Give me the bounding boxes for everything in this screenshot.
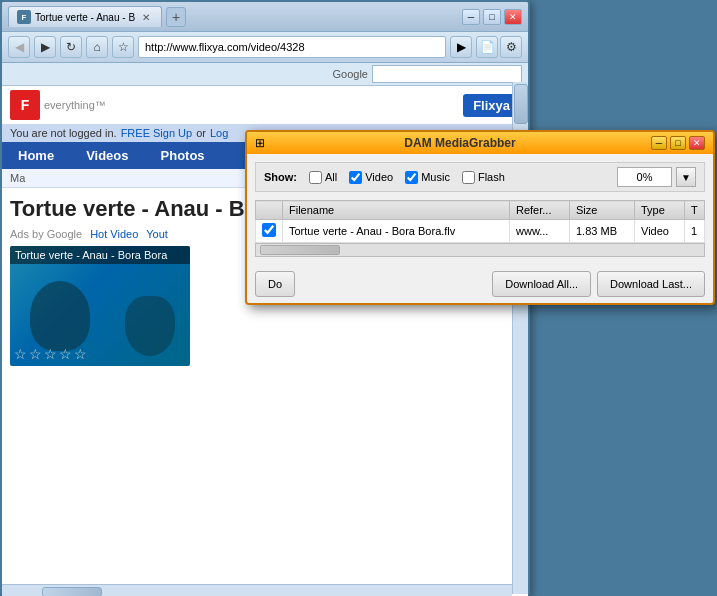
table-row: Tortue verte - Anau - Bora Bora.flv www.… [256,220,705,243]
filter-video[interactable]: Video [349,171,393,184]
forward-button[interactable]: ▶ [34,36,56,58]
download-last-button[interactable]: Download Last... [597,271,705,297]
ads-label: Ads by Google [10,228,82,240]
dialog-maximize-button[interactable]: □ [670,136,686,150]
new-tab-button[interactable]: + [166,7,186,27]
filter-flash-checkbox[interactable] [462,171,475,184]
hot-video-link[interactable]: Hot Video [90,228,138,240]
refresh-button[interactable]: ↻ [60,36,82,58]
star-rating: ☆☆☆☆☆ [14,346,89,362]
col-filename[interactable]: Filename [283,201,510,220]
browser-close-button[interactable]: ✕ [504,9,522,25]
browser-tab[interactable]: F Tortue verte - Anau - Bor... ✕ [8,6,162,27]
show-filters-row: Show: All Video Music Flash 0% ▼ [255,162,705,192]
row-size: 1.83 MB [570,220,635,243]
dialog-window-controls: ─ □ ✕ [651,136,705,150]
col-type[interactable]: Type [635,201,685,220]
flixya-logo: F everything™ [10,90,106,120]
scroll-thumb[interactable] [514,84,528,124]
bookmark-button[interactable]: ☆ [112,36,134,58]
dialog-title: DAM MediaGrabber [404,136,515,150]
video-thumbnail[interactable]: Tortue verte - Anau - Bora Bora ☆☆☆☆☆ [10,246,190,366]
dialog-titlebar: ⊞ DAM MediaGrabber ─ □ ✕ [247,132,713,154]
google-search-input[interactable] [372,65,522,83]
nav-home[interactable]: Home [2,142,70,169]
login-link[interactable]: Log [210,127,228,139]
go-button[interactable]: ▶ [450,36,472,58]
show-label: Show: [264,171,297,183]
login-status-text: You are not logged in. [10,127,117,139]
browser-minimize-button[interactable]: ─ [462,9,480,25]
row-select-checkbox[interactable] [262,223,276,237]
file-table: Filename Refer... Size Type T Tortue ver… [255,200,705,243]
logo-icon: F [10,90,40,120]
dam-mediagrabber-dialog: ⊞ DAM MediaGrabber ─ □ ✕ Show: All Video… [245,130,715,305]
row-checkbox-cell[interactable] [256,220,283,243]
browser-titlebar: F Tortue verte - Anau - Bor... ✕ + ─ □ ✕ [2,2,528,32]
table-hscroll[interactable] [255,243,705,257]
page-menu-button[interactable]: 📄 [476,36,498,58]
table-hscroll-thumb[interactable] [260,245,340,255]
progress-display: 0% [617,167,672,187]
google-search-bar: Google [2,63,528,86]
do-button[interactable]: Do [255,271,295,297]
dialog-body: Show: All Video Music Flash 0% ▼ [247,154,713,265]
browser-tools: 📄 ⚙ [476,36,522,58]
home-button[interactable]: ⌂ [86,36,108,58]
row-filename: Tortue verte - Anau - Bora Bora.flv [283,220,510,243]
flixya-header: F everything™ Flixya [2,86,528,124]
nav-photos[interactable]: Photos [145,142,221,169]
browser-toolbar: ◀ ▶ ↻ ⌂ ☆ ▶ 📄 ⚙ [2,32,528,63]
site-tagline: everything™ [44,99,106,111]
nav-videos[interactable]: Videos [70,142,144,169]
video-title-overlay: Tortue verte - Anau - Bora Bora [10,246,190,264]
col-referrer[interactable]: Refer... [510,201,570,220]
signup-link[interactable]: FREE Sign Up [121,127,193,139]
progress-arrow-button[interactable]: ▼ [676,167,696,187]
row-referrer: www... [510,220,570,243]
col-checkbox [256,201,283,220]
tab-title: Tortue verte - Anau - Bor... [35,12,135,23]
col-t[interactable]: T [685,201,705,220]
row-type: Video [635,220,685,243]
filter-all-checkbox[interactable] [309,171,322,184]
titlebar-controls: ─ □ ✕ [462,9,522,25]
diver-silhouette-2 [125,296,175,356]
bottom-scrollbar[interactable] [2,584,512,596]
youtube-link[interactable]: Yout [146,228,168,240]
dialog-close-button[interactable]: ✕ [689,136,705,150]
row-t: 1 [685,220,705,243]
filter-all[interactable]: All [309,171,337,184]
progress-group: 0% ▼ [617,167,696,187]
col-size[interactable]: Size [570,201,635,220]
back-button[interactable]: ◀ [8,36,30,58]
address-bar[interactable] [138,36,446,58]
dialog-minimize-button[interactable]: ─ [651,136,667,150]
tab-favicon: F [17,10,31,24]
hscroll-thumb[interactable] [42,587,102,597]
filter-music[interactable]: Music [405,171,450,184]
browser-maximize-button[interactable]: □ [483,9,501,25]
filter-music-checkbox[interactable] [405,171,418,184]
filter-video-checkbox[interactable] [349,171,362,184]
tab-close-button[interactable]: ✕ [139,10,153,24]
download-all-button[interactable]: Download All... [492,271,591,297]
filter-flash[interactable]: Flash [462,171,505,184]
google-label: Google [333,68,368,80]
tools-menu-button[interactable]: ⚙ [500,36,522,58]
dialog-tile-icon: ⊞ [255,136,265,150]
diver-silhouette-1 [30,281,90,351]
dialog-footer: Do Download All... Download Last... [247,265,713,303]
